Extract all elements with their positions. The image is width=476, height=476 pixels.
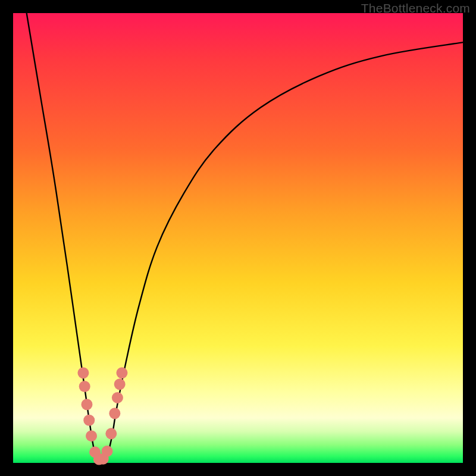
bead-marker — [81, 399, 92, 410]
bead-marker — [116, 367, 127, 378]
bead-marker — [112, 392, 123, 403]
bead-group — [77, 367, 127, 465]
bead-marker — [79, 381, 90, 392]
watermark-text: TheBottleneck.com — [361, 1, 470, 15]
bead-marker — [86, 430, 97, 441]
bead-marker — [109, 408, 120, 419]
bead-marker — [114, 378, 126, 390]
bead-marker — [83, 415, 95, 426]
bead-marker — [77, 367, 89, 378]
bead-marker — [105, 428, 117, 439]
outer-frame: TheBottleneck.com — [0, 0, 476, 476]
bottleneck-curve — [27, 13, 463, 461]
plot-area — [13, 13, 463, 463]
bead-marker — [102, 446, 113, 457]
chart-svg — [13, 13, 463, 463]
